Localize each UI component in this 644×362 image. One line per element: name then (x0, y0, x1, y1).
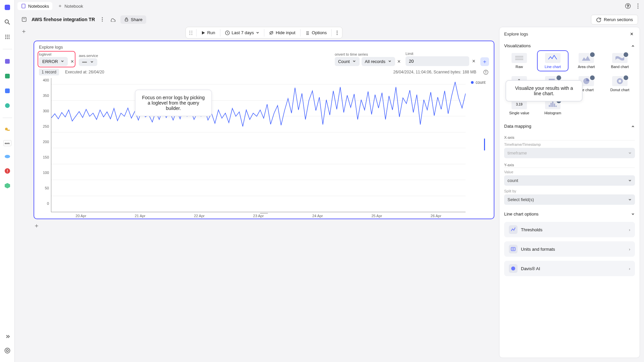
viz-label: Raw (516, 65, 523, 69)
close-panel-button[interactable]: ✕ (628, 31, 635, 37)
cloud-sync-icon[interactable] (110, 16, 116, 23)
rail-item-alert[interactable]: ! (3, 166, 12, 176)
viz-section-head[interactable]: Visualizations (499, 41, 640, 51)
remove-filter-loglevel[interactable]: ✕ (70, 59, 74, 64)
search-icon[interactable] (3, 17, 12, 27)
data-mapping-head[interactable]: Data mapping (499, 121, 640, 131)
rail-item-hex[interactable] (3, 181, 12, 190)
doc-type-icon[interactable] (21, 16, 28, 23)
agg-pill[interactable]: Count (335, 57, 360, 66)
menu-icon[interactable] (635, 3, 641, 9)
expand-rail-icon[interactable] (3, 332, 12, 341)
y-axis-sub: Value (504, 170, 635, 174)
svg-rect-70 (555, 106, 557, 107)
limit-input[interactable] (406, 56, 469, 66)
viz-raw[interactable]: Raw (504, 51, 534, 71)
svg-point-11 (8, 38, 9, 39)
svg-point-9 (5, 38, 6, 39)
svg-point-65 (619, 80, 621, 82)
add-filter-button[interactable]: ＋ (480, 57, 489, 66)
viz-line[interactable]: Line chart (538, 51, 568, 71)
agg-value: Count (338, 59, 350, 64)
viz-heading: Visualizations (504, 43, 531, 48)
executed-prefix: Executed at: 26/04/20 (65, 70, 104, 74)
add-section-bottom[interactable]: ＋ (34, 223, 494, 229)
x-axis-field[interactable]: timeframe (504, 148, 635, 158)
svg-rect-0 (5, 5, 10, 10)
legend-label: count (476, 80, 485, 85)
rail-item-1[interactable] (3, 57, 12, 66)
viz-area[interactable]: Area chart (571, 51, 601, 71)
line-options-head[interactable]: Line chart options (499, 208, 640, 220)
svg-point-37 (191, 31, 192, 32)
viz-band[interactable]: Band chart (605, 51, 635, 71)
drag-handle-icon[interactable] (187, 30, 195, 36)
rail-item-aws[interactable]: aws (3, 140, 11, 146)
share-button[interactable]: Share (120, 15, 146, 24)
svg-rect-69 (554, 104, 555, 107)
filter-label-service: aws.service (79, 54, 98, 58)
rail-item-4[interactable] (3, 101, 12, 110)
records-value: All records (365, 59, 385, 64)
section-more-button[interactable] (333, 28, 341, 37)
svg-rect-17 (7, 130, 10, 131)
add-section-top[interactable]: ＋ (21, 28, 27, 34)
timeframe-label: Last 7 days (232, 30, 254, 35)
svg-point-49 (337, 32, 338, 33)
viz-donut[interactable]: Donut chart (605, 74, 635, 94)
svg-point-41 (191, 34, 192, 35)
svg-rect-30 (22, 17, 26, 21)
vertical-dots-icon (336, 31, 338, 35)
svg-point-8 (8, 37, 9, 38)
tab-label: Notebooks (28, 4, 49, 9)
davis-label: Davis® AI (521, 266, 540, 271)
more-icon[interactable] (99, 16, 106, 23)
svg-point-50 (337, 34, 338, 35)
rail-item-key[interactable] (3, 125, 12, 135)
info-icon[interactable] (482, 69, 489, 75)
svg-point-6 (5, 37, 6, 38)
apps-icon[interactable] (3, 32, 12, 42)
chevron-down-icon (628, 179, 632, 182)
record-count: 1 record (39, 69, 59, 75)
hide-input-button[interactable]: Hide input (266, 28, 299, 37)
settings-icon[interactable] (3, 346, 12, 355)
filter-pill-loglevel[interactable]: ERROR (39, 57, 68, 66)
chart-plot[interactable]: 20 Apr21 Apr22 Apr23 Apr24 Apr25 Apr26 A… (51, 78, 466, 212)
x-axis-value: timeframe (507, 150, 527, 156)
split-by-field[interactable]: Select field(s) (504, 194, 635, 205)
rerun-button[interactable]: Rerun sections (591, 15, 638, 24)
doc-header: AWS firehose integration TR Share Rerun … (15, 12, 644, 27)
davis-row[interactable]: Davis® AI › (504, 261, 635, 276)
remove-limit[interactable]: ✕ (472, 59, 476, 64)
timeframe-picker[interactable]: Last 7 days (222, 28, 263, 37)
y-axis-label: Y-axis (504, 163, 635, 167)
rail-item-3[interactable] (3, 86, 12, 96)
y-axis-field[interactable]: count (504, 175, 635, 186)
rail-item-2[interactable] (3, 71, 12, 81)
lock-icon (124, 17, 129, 22)
svg-point-48 (337, 31, 338, 32)
help-icon[interactable]: ? (625, 3, 631, 9)
new-tab-label: Notebook (64, 4, 83, 9)
rerun-label: Rerun sections (604, 17, 633, 22)
new-notebook-tab[interactable]: ＋ Notebook (54, 2, 87, 10)
brush-handle[interactable] (484, 138, 485, 150)
viz-label: Single value (509, 111, 529, 115)
options-button[interactable]: Options (302, 28, 330, 37)
units-row[interactable]: Units and formats › (504, 241, 635, 257)
filter-pill-service[interactable] (79, 58, 97, 66)
remove-convert[interactable]: ✕ (397, 59, 401, 64)
rail-item-cloud[interactable] (3, 152, 12, 161)
doc-title[interactable]: AWS firehose integration TR (32, 17, 95, 22)
thresholds-row[interactable]: Thresholds › (504, 222, 635, 237)
svg-point-1 (5, 20, 8, 23)
run-button[interactable]: Run (198, 28, 219, 37)
svg-point-5 (8, 35, 9, 36)
chevron-down-icon (90, 60, 94, 64)
viz-callout: Visualize your results with a line chart… (505, 80, 583, 102)
thresholds-icon (509, 225, 518, 234)
logo-icon[interactable] (3, 3, 12, 12)
records-pill[interactable]: All records (362, 57, 395, 66)
tab-notebooks[interactable]: Notebooks (17, 2, 52, 10)
